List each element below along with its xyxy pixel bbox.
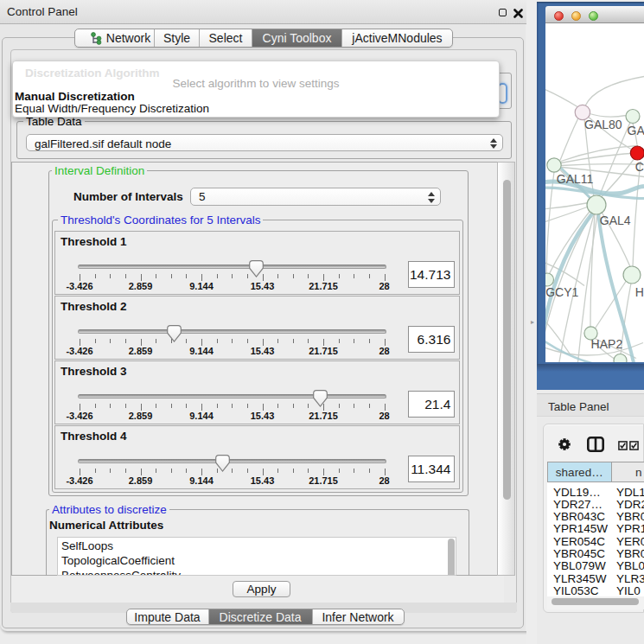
- svg-text:GAL11: GAL11: [557, 171, 594, 185]
- svg-text:H: H: [635, 284, 644, 298]
- svg-text:GAL80: GAL80: [584, 117, 622, 131]
- svg-text:GA: GA: [628, 123, 644, 137]
- svg-text:GAL4: GAL4: [600, 214, 631, 227]
- svg-text:GCY1: GCY1: [545, 284, 578, 298]
- svg-text:HAP2: HAP2: [591, 337, 623, 351]
- svg-text:C: C: [635, 160, 644, 174]
